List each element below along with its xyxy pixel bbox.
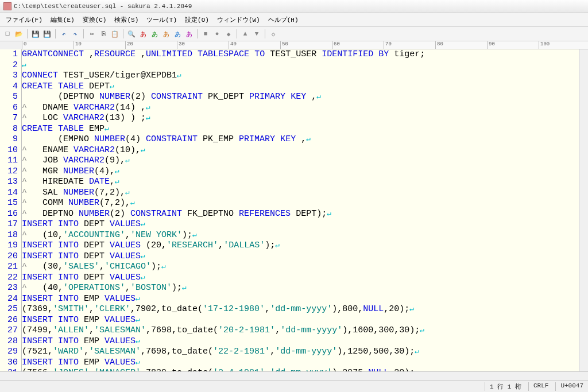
separator (197, 29, 198, 38)
menu-tools[interactable]: ツール(T) (143, 14, 180, 25)
jp3-button[interactable]: あ (161, 29, 171, 39)
new-button[interactable]: □ (2, 29, 13, 39)
menu-edit[interactable]: 編集(E) (47, 14, 78, 25)
find-button[interactable]: 🔍 (126, 29, 137, 39)
menubar: ファイル(F) 編集(E) 変換(C) 検索(S) ツール(T) 設定(O) ウ… (0, 13, 588, 27)
menu-help[interactable]: ヘルプ(H) (265, 14, 302, 25)
statusbar: 1 行 1 桁 CRLF U+0047 (0, 381, 588, 392)
cut-button[interactable]: ✂ (87, 29, 97, 39)
tool4-button[interactable]: ▲ (240, 29, 250, 39)
redo-button[interactable]: ↷ (70, 29, 80, 39)
menu-option[interactable]: 設定(O) (181, 14, 212, 25)
menu-file[interactable]: ファイル(F) (2, 14, 46, 25)
titlebar: C:\temp\test\createuser.sql - sakura 2.4… (0, 0, 588, 13)
horizontal-scrollbar[interactable] (0, 371, 588, 381)
window-title: C:\temp\test\createuser.sql - sakura 2.4… (14, 3, 192, 10)
copy-button[interactable]: ⎘ (98, 29, 109, 39)
vertical-scrollbar[interactable] (579, 49, 588, 371)
jp2-button[interactable]: あ (149, 29, 160, 39)
paste-button[interactable]: 📋 (110, 29, 120, 39)
menu-search[interactable]: 検索(S) (111, 14, 142, 25)
tool2-button[interactable]: ● (212, 29, 222, 39)
code-editor[interactable]: GRANTCONNECT ,RESOURCE ,UNLIMITED TABLES… (22, 49, 579, 371)
tool5-button[interactable]: ▼ (252, 29, 262, 39)
status-unicode: U+0047 (555, 382, 583, 391)
separator (265, 29, 265, 38)
tool1-button[interactable]: ■ (200, 29, 211, 39)
separator (27, 29, 28, 38)
open-button[interactable]: 📂 (14, 29, 24, 39)
separator (83, 29, 84, 38)
save-button[interactable]: 💾 (30, 29, 41, 39)
menu-window[interactable]: ウィンドウ(W) (214, 14, 264, 25)
menu-convert[interactable]: 変換(C) (79, 14, 110, 25)
separator (237, 29, 237, 38)
status-position: 1 行 1 桁 (485, 382, 521, 391)
app-icon (3, 2, 11, 10)
saveall-button[interactable]: 💾 (42, 29, 52, 39)
jp1-button[interactable]: あ (138, 29, 148, 39)
separator (55, 29, 56, 38)
undo-button[interactable]: ↶ (59, 29, 69, 39)
line-gutter: 1234567891011121314151617181920212223242… (0, 49, 22, 371)
ruler: 0102030405060708090100110 (22, 41, 588, 49)
jp5-button[interactable]: あ (184, 29, 194, 39)
tool3-button[interactable]: ◆ (223, 29, 234, 39)
status-eol: CRLF (528, 382, 548, 391)
jp4-button[interactable]: あ (172, 29, 183, 39)
separator (123, 29, 123, 38)
editor-area: 1234567891011121314151617181920212223242… (0, 49, 588, 371)
toolbar: □ 📂 💾 💾 ↶ ↷ ✂ ⎘ 📋 🔍 あ あ あ あ あ ■ ● ◆ ▲ ▼ … (0, 27, 588, 41)
tool6-button[interactable]: ◇ (268, 29, 278, 39)
